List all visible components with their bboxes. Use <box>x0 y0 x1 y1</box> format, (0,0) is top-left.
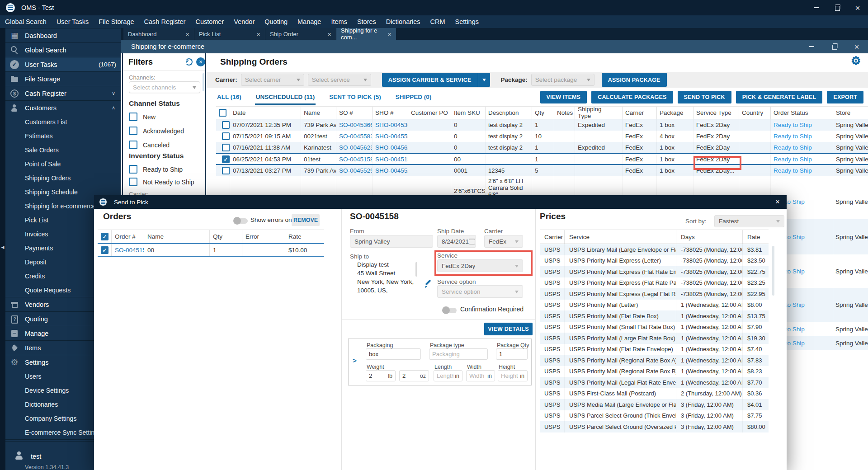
expand-chevron-icon[interactable]: > <box>353 357 357 364</box>
filter-option[interactable]: Acknowledged <box>129 127 184 135</box>
so-number-link[interactable]: SO-0045582 <box>336 131 372 142</box>
header-cell[interactable]: Carrier <box>540 230 564 244</box>
header-cell[interactable]: Name <box>301 107 336 119</box>
order-status-link[interactable] <box>770 176 833 195</box>
checkbox[interactable] <box>129 178 137 186</box>
row-checkbox[interactable] <box>222 155 230 163</box>
action-button[interactable]: SEND TO PICK <box>678 91 731 103</box>
price-row[interactable]: USPS USPS Priority Mail (Regional Rate B… <box>540 366 769 377</box>
packaging-field[interactable] <box>366 348 421 360</box>
header-cell[interactable]: Rate <box>285 230 324 243</box>
table-row[interactable]: 2'6"x6'8"CS6' 2'6" x 6'8" LH Carrara Sol… <box>216 176 868 195</box>
service-select[interactable]: Select service <box>308 74 371 86</box>
header-cell[interactable]: Service <box>564 230 676 244</box>
sidebar-item[interactable]: Global Search <box>5 42 121 57</box>
header-cell[interactable]: Error <box>242 230 285 243</box>
tab-close-icon[interactable]: × <box>387 30 392 38</box>
filters-scrollbar[interactable] <box>203 73 204 91</box>
status-tab[interactable]: SHIPPED (0) <box>395 89 433 105</box>
tab-close-icon[interactable]: × <box>327 30 331 38</box>
sidebar-item[interactable]: Sale Orders <box>5 143 121 157</box>
document-tab[interactable]: Shipping for e-com... × <box>336 28 396 40</box>
order-number-link[interactable]: SO-0045158 <box>111 244 144 256</box>
package-qty-field[interactable] <box>496 348 528 360</box>
price-row[interactable]: USPS USPS First-Class Mail (Postcard) 2 … <box>540 388 769 400</box>
order-status-link[interactable]: Ready to Ship <box>770 142 833 153</box>
table-row[interactable]: 07/16/2021 11:38 AM Karinatest SO-004562… <box>216 142 868 153</box>
header-cell[interactable]: Country <box>739 107 770 119</box>
header-cell[interactable]: Customer PO <box>408 107 451 119</box>
price-row[interactable]: USPS USPS Priority Mail Express (Legal F… <box>540 288 769 300</box>
carrier-select[interactable]: Select carrier <box>241 74 304 86</box>
sho-number-link[interactable]: SHO-0045366 <box>372 119 408 131</box>
document-tab[interactable]: Pick List × <box>194 28 265 40</box>
header-cell[interactable]: Package <box>656 107 693 119</box>
sho-number-link[interactable] <box>372 176 408 195</box>
dialog-close-icon[interactable]: × <box>769 197 787 207</box>
so-number-link[interactable]: SO-0045623 <box>336 142 372 153</box>
header-cell[interactable]: Order Status <box>770 107 833 119</box>
confirmation-required-toggle[interactable] <box>443 308 457 313</box>
price-row[interactable]: USPS USPS Priority Mail (Letter) 1 (Wedn… <box>540 300 769 311</box>
weight-oz-input[interactable] <box>402 372 419 379</box>
menu-item[interactable]: File Storage <box>94 15 139 28</box>
price-row[interactable]: USPS USPS Parcel Select Ground (Thick En… <box>540 410 769 422</box>
header-cell[interactable]: Store <box>833 107 868 119</box>
header-cell[interactable]: Carrier <box>622 107 656 119</box>
width-input[interactable] <box>469 372 486 379</box>
menu-item[interactable]: Items <box>326 15 352 28</box>
sort-by-select[interactable]: Fastest <box>714 215 784 227</box>
calendar-icon[interactable] <box>469 239 475 244</box>
document-tab[interactable]: Dashboard × <box>123 28 194 40</box>
menu-item[interactable]: Quoting <box>259 15 292 28</box>
menu-item[interactable]: Customer <box>190 15 229 28</box>
carrier-select[interactable]: FedEx <box>484 235 523 248</box>
header-cell[interactable]: Shipping Type <box>575 107 622 119</box>
row-checkbox[interactable] <box>222 144 230 151</box>
header-cell[interactable]: Item SKU <box>451 107 485 119</box>
tab-close-icon[interactable]: × <box>256 30 260 38</box>
menu-item[interactable]: Cash Register <box>139 15 191 28</box>
ship-date-field[interactable]: 8/24/2021 <box>437 235 476 248</box>
minimize-button[interactable] <box>806 0 826 15</box>
checkbox[interactable] <box>129 165 137 174</box>
select-all-checkbox[interactable] <box>219 109 226 117</box>
menu-item[interactable]: Stores <box>352 15 381 28</box>
so-number-link[interactable]: SO-0045366 <box>336 119 372 131</box>
filter-option[interactable]: New <box>129 113 156 121</box>
channels-select[interactable]: Select channels <box>129 81 200 93</box>
close-button[interactable] <box>847 0 868 15</box>
sidebar-item[interactable]: Customers ∧ <box>5 100 121 115</box>
weight-lb-field[interactable]: lb <box>366 370 396 381</box>
sho-number-link[interactable]: SHO-0045158 <box>372 154 408 164</box>
table-row[interactable]: 07/15/2021 09:15 AM 0021test SO-0045582 … <box>216 131 868 142</box>
header-cell[interactable]: Description <box>485 107 532 119</box>
price-row[interactable]: USPS USPS Priority Mail Express (Flat Ra… <box>540 277 769 289</box>
package-qty-input[interactable] <box>499 351 524 357</box>
menu-item[interactable]: Dictionaries <box>381 15 425 28</box>
sidebar-item[interactable]: Customers List <box>5 115 121 129</box>
assign-carrier-dropdown-button[interactable] <box>478 73 490 87</box>
header-cell[interactable]: Qty <box>532 107 554 119</box>
action-button[interactable]: EXPORT <box>827 91 863 103</box>
address-scrollbar[interactable] <box>415 262 417 277</box>
checkbox[interactable] <box>129 113 137 121</box>
length-field[interactable]: in <box>434 370 462 381</box>
order-status-link[interactable]: Ready to Ship <box>770 154 833 164</box>
row-checkbox[interactable] <box>222 132 230 140</box>
weight-oz-field[interactable]: oz <box>399 370 429 381</box>
status-tab[interactable]: UNSCHEDULED (11) <box>255 89 316 105</box>
order-status-link[interactable]: Ready to Ship <box>770 131 833 142</box>
document-tab[interactable]: Ship Order × <box>265 28 336 40</box>
order-status-link[interactable]: Ready to Ship <box>770 119 833 131</box>
sidebar-item[interactable]: Dashboard <box>5 28 121 42</box>
tab-close-icon[interactable]: × <box>185 30 189 38</box>
show-errors-toggle[interactable] <box>234 218 248 224</box>
price-row[interactable]: USPS USPS Priority Mail Express (Letter)… <box>540 255 769 267</box>
header-cell[interactable]: Notes <box>554 107 575 119</box>
sidebar-item[interactable]: Shipping Orders <box>5 171 121 185</box>
inner-minimize-button[interactable] <box>800 40 823 53</box>
inner-close-button[interactable] <box>845 40 868 53</box>
gear-icon[interactable]: ⚙ <box>851 54 861 67</box>
header-cell[interactable]: Order # <box>111 230 144 243</box>
